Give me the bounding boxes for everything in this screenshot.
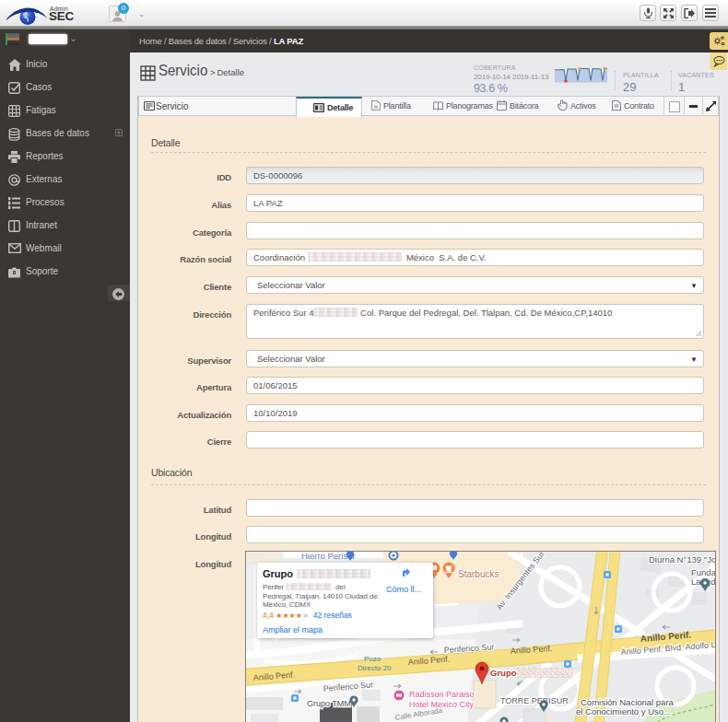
svg-text:Directo 20: Directo 20: [358, 664, 392, 672]
svg-text:Diurna N°139 "Jos: Diurna N°139 "Jos: [649, 554, 715, 565]
svg-text:Grupo: Grupo: [490, 668, 517, 678]
svg-text:TORRE PERISUR: TORRE PERISUR: [500, 696, 569, 705]
svg-text:Pozo: Pozo: [364, 655, 382, 663]
svg-text:Starbucks: Starbucks: [458, 569, 499, 579]
svg-text:Radisson Paraiso: Radisson Paraiso: [409, 690, 475, 699]
svg-text:el Conocimiento y Uso...: el Conocimiento y Uso...: [576, 706, 671, 716]
svg-text:Grupo TMM: Grupo TMM: [307, 699, 351, 708]
